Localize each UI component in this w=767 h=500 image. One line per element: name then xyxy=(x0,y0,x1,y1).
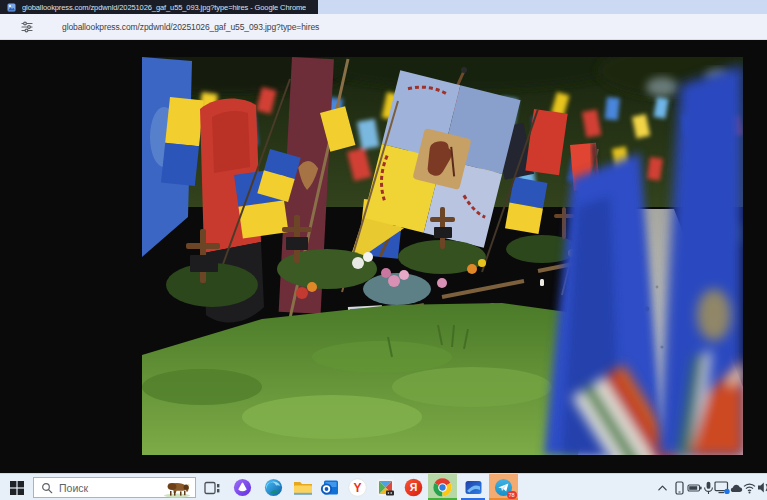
photos-icon xyxy=(376,478,395,497)
outlook-icon xyxy=(320,478,339,497)
taskbar-app-yandex-search[interactable]: Y xyxy=(344,474,370,500)
search-placeholder: Поиск xyxy=(59,482,88,494)
taskbar-app-photos[interactable] xyxy=(372,474,398,500)
telegram-badge: 78 xyxy=(507,491,517,499)
url-text[interactable]: globallookpress.com/zpdwnld/20251026_gaf… xyxy=(62,22,319,32)
edge-icon xyxy=(264,478,283,497)
taskbar-app-cortana[interactable] xyxy=(229,474,255,500)
image-viewer-canvas xyxy=(0,40,767,473)
search-icon xyxy=(41,482,53,494)
file-explorer-icon xyxy=(293,479,313,496)
tray-chevron-up[interactable] xyxy=(654,474,670,500)
tune-icon[interactable] xyxy=(21,21,33,33)
task-view-icon xyxy=(204,481,220,495)
phone-icon xyxy=(674,481,685,495)
bison-picture-icon[interactable] xyxy=(161,479,193,498)
windows-start-icon xyxy=(10,481,24,495)
wifi-icon xyxy=(743,482,756,494)
window-title-strip: globallookpress.com/zpdwnld/20251026_gaf… xyxy=(0,0,318,14)
task-view-button[interactable] xyxy=(201,474,223,500)
tray-volume[interactable] xyxy=(756,474,767,500)
volume-icon xyxy=(757,481,767,494)
chrome-icon xyxy=(433,478,452,497)
mail-blue-icon xyxy=(464,478,483,497)
taskbar-app-telegram[interactable]: 78 xyxy=(490,474,516,500)
window-title: globallookpress.com/zpdwnld/20251026_gaf… xyxy=(22,3,306,12)
windows-taskbar: Поиск xyxy=(0,473,767,500)
taskbar-app-chrome[interactable] xyxy=(429,474,455,500)
battery-icon xyxy=(687,482,702,494)
window-titlebar: globallookpress.com/zpdwnld/20251026_gaf… xyxy=(0,0,767,14)
yandex-search-icon: Y xyxy=(348,478,367,497)
taskbar-app-yandex-browser[interactable]: Я xyxy=(400,474,426,500)
chevron-up-icon xyxy=(657,483,668,493)
svg-text:Y: Y xyxy=(353,481,361,495)
svg-text:Я: Я xyxy=(409,481,417,493)
taskbar-app-outlook[interactable] xyxy=(316,474,342,500)
yandex-browser-icon: Я xyxy=(404,478,423,497)
taskbar-app-file-explorer[interactable] xyxy=(290,474,316,500)
taskbar-app-mail-blue[interactable] xyxy=(460,474,486,500)
cortana-icon xyxy=(233,478,252,497)
cast-display-icon xyxy=(714,480,730,495)
image-favicon-icon xyxy=(7,3,16,12)
microphone-icon xyxy=(703,481,714,495)
tray-phone-link[interactable] xyxy=(671,474,687,500)
address-bar[interactable]: globallookpress.com/zpdwnld/20251026_gaf… xyxy=(0,14,767,40)
taskbar-search-input[interactable]: Поиск xyxy=(33,477,196,498)
tray-wifi[interactable] xyxy=(742,474,757,500)
taskbar-app-edge[interactable] xyxy=(260,474,286,500)
start-button[interactable] xyxy=(6,474,28,500)
cemetery-photo[interactable] xyxy=(142,57,743,455)
